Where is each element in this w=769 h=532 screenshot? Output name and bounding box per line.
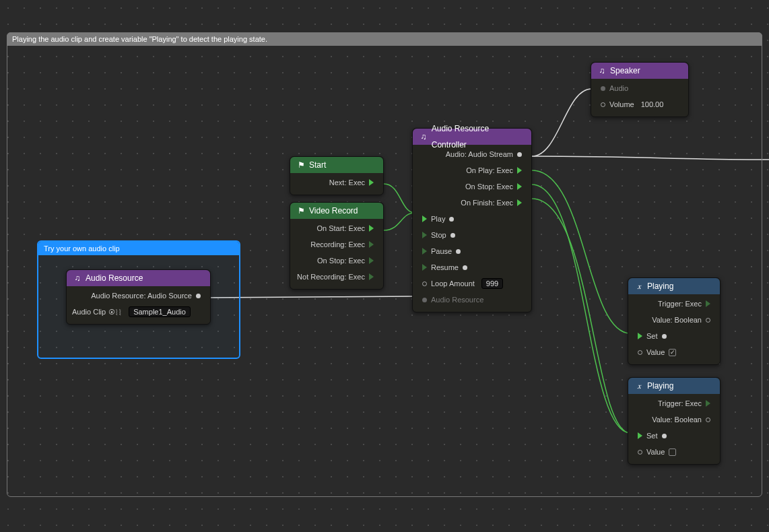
label: Volume xyxy=(609,100,634,108)
value-out-row[interactable]: Value: Boolean xyxy=(634,313,714,327)
exec-port[interactable] xyxy=(369,225,374,232)
resource-in-row[interactable]: Audio Resource xyxy=(418,293,526,306)
port-dot[interactable] xyxy=(196,294,201,298)
exec-port[interactable] xyxy=(706,400,710,407)
node-header[interactable]: 𝑥 Playing xyxy=(628,378,720,394)
label: Set xyxy=(646,432,658,440)
on-start-row[interactable]: On Start: Exec xyxy=(296,222,378,235)
node-header[interactable]: 𝑥 Playing xyxy=(628,278,720,294)
node-header[interactable]: ♫ Speaker xyxy=(591,63,688,79)
node-title: Speaker xyxy=(610,63,640,79)
label: Audio: Audio Stream xyxy=(446,150,513,158)
input-port[interactable] xyxy=(638,350,642,355)
exec-port[interactable] xyxy=(422,248,427,255)
node-title: Video Record xyxy=(309,203,358,219)
port-dot[interactable] xyxy=(463,265,467,270)
play-row[interactable]: Play xyxy=(418,212,526,226)
input-port[interactable] xyxy=(601,102,605,107)
port-dot[interactable] xyxy=(450,233,455,238)
port-dot[interactable] xyxy=(517,152,522,157)
clip-value[interactable]: Sample1_Audio xyxy=(129,306,191,317)
output-port[interactable] xyxy=(706,418,710,422)
exec-port[interactable] xyxy=(422,264,427,271)
value-out-row[interactable]: Value: Boolean xyxy=(634,413,714,426)
exec-out-row[interactable]: Next: Exec xyxy=(296,176,378,189)
exec-port[interactable] xyxy=(706,300,710,307)
label: Value: Boolean xyxy=(652,415,702,424)
music-icon: ♫ xyxy=(420,129,428,145)
node-header[interactable]: ⚑ Video Record xyxy=(290,203,383,219)
on-stop-row[interactable]: On Stop: Exec xyxy=(296,254,378,267)
input-port[interactable] xyxy=(638,450,642,455)
exec-port[interactable] xyxy=(422,232,427,238)
loop-value[interactable]: 999 xyxy=(481,278,503,289)
audio-in-row[interactable]: Audio xyxy=(597,81,683,95)
on-finish-row[interactable]: On Finish: Exec xyxy=(418,196,526,209)
node-video-record[interactable]: ⚑ Video Record On Start: Exec Recording:… xyxy=(290,202,384,290)
label: On Finish: Exec xyxy=(461,199,513,207)
label: Set xyxy=(646,332,658,340)
audio-clip-row[interactable]: Audio Clip ⦿⦚⦚ Sample1_Audio xyxy=(72,305,205,319)
node-playing-false[interactable]: 𝑥 Playing Trigger: Exec Value: Boolean S… xyxy=(628,377,721,465)
port-dot[interactable] xyxy=(422,298,427,302)
node-audio-controller[interactable]: ♫ Audio Resource Controller Audio: Audio… xyxy=(412,128,532,312)
on-play-row[interactable]: On Play: Exec xyxy=(418,164,526,177)
on-stop-row[interactable]: On Stop: Exec xyxy=(418,180,526,193)
stop-row[interactable]: Stop xyxy=(418,228,526,242)
audio-out-row[interactable]: Audio: Audio Stream xyxy=(418,147,526,161)
label: Not Recording: Exec xyxy=(297,273,365,281)
port-dot[interactable] xyxy=(601,86,605,91)
resume-row[interactable]: Resume xyxy=(418,261,526,274)
port-dot[interactable] xyxy=(456,249,461,254)
not-recording-row[interactable]: Not Recording: Exec xyxy=(296,270,378,284)
output-port[interactable] xyxy=(706,318,710,323)
value-checkbox[interactable] xyxy=(669,448,676,456)
label: On Stop: Exec xyxy=(317,257,365,265)
node-playing-true[interactable]: 𝑥 Playing Trigger: Exec Value: Boolean S… xyxy=(628,277,721,365)
music-icon: ♫ xyxy=(73,270,81,286)
exec-port[interactable] xyxy=(517,167,522,174)
port-dot[interactable] xyxy=(662,434,667,438)
waveform-icon: ⦿⦚⦚ xyxy=(108,308,122,316)
exec-port[interactable] xyxy=(422,215,427,222)
exec-port[interactable] xyxy=(369,241,374,248)
pause-row[interactable]: Pause xyxy=(418,244,526,258)
label: Audio xyxy=(609,84,628,92)
node-title: Audio Resource xyxy=(86,270,143,286)
exec-port[interactable] xyxy=(369,179,374,186)
node-title: Playing xyxy=(647,378,673,394)
node-header[interactable]: ⚑ Start xyxy=(290,157,383,173)
exec-port[interactable] xyxy=(638,333,642,339)
exec-port[interactable] xyxy=(638,432,642,439)
loop-amount-row[interactable]: Loop Amount 999 xyxy=(418,277,526,290)
panel-title: Playing the audio clip and create variab… xyxy=(7,32,762,46)
value-checkbox[interactable]: ✓ xyxy=(669,349,676,356)
port-dot[interactable] xyxy=(449,217,454,222)
input-port[interactable] xyxy=(422,281,427,286)
recording-row[interactable]: Recording: Exec xyxy=(296,238,378,251)
exec-port[interactable] xyxy=(517,183,522,190)
label: Resume xyxy=(431,263,459,271)
exec-port[interactable] xyxy=(517,199,522,206)
node-header[interactable]: ♫ Audio Resource Controller xyxy=(413,129,531,145)
trigger-out-row[interactable]: Trigger: Exec xyxy=(634,297,714,310)
flag-icon: ⚑ xyxy=(297,203,305,219)
node-start[interactable]: ⚑ Start Next: Exec xyxy=(290,156,384,195)
set-in-row[interactable]: Set xyxy=(634,329,714,343)
exec-port[interactable] xyxy=(369,273,374,280)
node-audio-resource[interactable]: ♫ Audio Resource Audio Resource: Audio S… xyxy=(66,269,211,325)
label: Trigger: Exec xyxy=(658,300,702,308)
output-row[interactable]: Audio Resource: Audio Source xyxy=(72,289,205,302)
trigger-out-row[interactable]: Trigger: Exec xyxy=(634,397,714,410)
exec-port[interactable] xyxy=(369,257,374,264)
node-header[interactable]: ♫ Audio Resource xyxy=(67,270,210,286)
value-in-row[interactable]: Value xyxy=(634,445,714,459)
value-in-row[interactable]: Value ✓ xyxy=(634,345,714,359)
port-dot[interactable] xyxy=(662,334,667,339)
volume-row[interactable]: Volume 100.00 xyxy=(597,98,683,111)
node-speaker[interactable]: ♫ Speaker Audio Volume 100.00 xyxy=(591,62,689,117)
volume-value[interactable]: 100.00 xyxy=(641,100,664,108)
label: Stop xyxy=(431,231,446,239)
highlight-title: Try your own audio clip xyxy=(38,242,239,255)
set-in-row[interactable]: Set xyxy=(634,429,714,442)
